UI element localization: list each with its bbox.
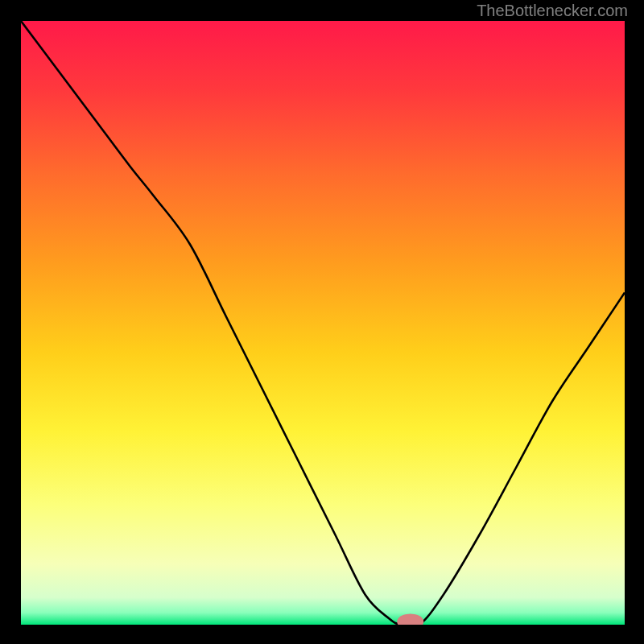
chart-background [21, 21, 625, 625]
chart-plot-area [21, 21, 625, 625]
watermark-text: TheBottlenecker.com [477, 2, 628, 20]
chart-svg [21, 21, 625, 625]
